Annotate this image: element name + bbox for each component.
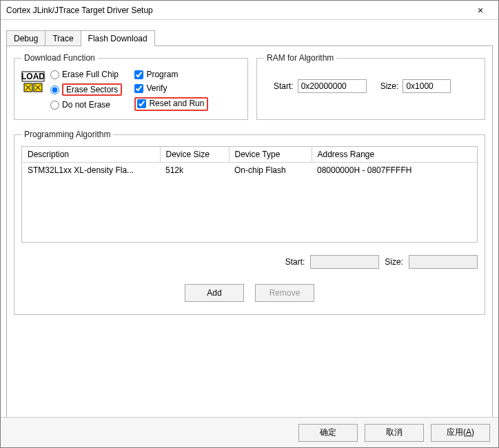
th-address-range[interactable]: Address Range — [312, 147, 477, 163]
th-device-size[interactable]: Device Size — [160, 147, 229, 163]
dialog-window: Cortex JLink/JTrace Target Driver Setup … — [0, 0, 499, 448]
tab-body-flash: Download Function LOAD — [6, 45, 493, 431]
radio-do-not-erase[interactable]: Do not Erase — [50, 100, 122, 110]
tab-debug[interactable]: Debug — [6, 30, 45, 46]
check-reset-and-run-label: Reset and Run — [149, 99, 204, 108]
window-title: Cortex JLink/JTrace Target Driver Setup — [6, 6, 153, 15]
legend-download-function: Download Function — [21, 53, 98, 63]
algo-start-input — [310, 255, 379, 269]
algo-size-label: Size: — [385, 257, 403, 267]
radio-erase-sectors-input[interactable] — [50, 85, 59, 94]
tab-trace[interactable]: Trace — [45, 30, 81, 46]
check-reset-and-run[interactable]: Reset and Run — [134, 97, 208, 111]
radio-erase-sectors-label: Erase Sectors — [62, 83, 122, 96]
erase-radio-group: Erase Full Chip Erase Sectors Do not Era… — [50, 70, 122, 110]
svg-text:LOAD: LOAD — [21, 72, 45, 81]
radio-erase-sectors[interactable]: Erase Sectors — [50, 83, 122, 96]
check-verify[interactable]: Verify — [134, 83, 208, 93]
radio-erase-full-chip[interactable]: Erase Full Chip — [50, 70, 122, 79]
apply-button-mnemonic: A — [466, 427, 471, 437]
radio-do-not-erase-input[interactable] — [50, 101, 59, 110]
ram-start-label: Start: — [274, 81, 294, 91]
ram-size-input[interactable] — [403, 79, 451, 93]
ram-start-input[interactable] — [298, 79, 367, 93]
group-ram-for-algorithm: RAM for Algorithm Start: Size: — [256, 53, 485, 120]
ram-size-label: Size: — [380, 81, 399, 91]
close-icon[interactable]: × — [467, 3, 494, 18]
apply-button[interactable]: 应用(A) — [431, 424, 490, 442]
ok-button[interactable]: 确定 — [298, 424, 358, 442]
cell-device-size: 512k — [160, 163, 229, 179]
check-verify-input[interactable] — [134, 84, 143, 93]
client-area: Debug Trace Flash Download Download Func… — [1, 20, 498, 431]
check-program-input[interactable] — [134, 70, 143, 79]
cancel-button[interactable]: 取消 — [365, 424, 424, 442]
load-icon: LOAD — [21, 71, 45, 94]
radio-do-not-erase-label: Do not Erase — [62, 100, 110, 110]
algorithm-table[interactable]: Description Device Size Device Type Addr… — [21, 146, 478, 243]
table-row[interactable]: STM32L1xx XL-density Fla... 512k On-chip… — [22, 163, 477, 179]
algo-start-label: Start: — [285, 257, 305, 267]
cell-device-type: On-chip Flash — [229, 163, 312, 179]
check-reset-and-run-input[interactable] — [137, 99, 146, 108]
check-verify-label: Verify — [146, 83, 167, 93]
action-check-group: Program Verify Reset and Run — [134, 70, 208, 111]
titlebar: Cortex JLink/JTrace Target Driver Setup … — [1, 1, 498, 20]
algo-range-row: Start: Size: — [21, 255, 478, 269]
apply-button-label: 应用 — [447, 427, 463, 437]
remove-button: Remove — [255, 284, 314, 302]
tab-strip: Debug Trace Flash Download — [6, 30, 493, 45]
cell-address-range: 08000000H - 0807FFFFH — [312, 163, 477, 179]
table-header-row: Description Device Size Device Type Addr… — [22, 147, 477, 163]
th-device-type[interactable]: Device Type — [229, 147, 312, 163]
top-row: Download Function LOAD — [14, 53, 485, 120]
cell-description: STM32L1xx XL-density Fla... — [22, 163, 160, 179]
tab-flash-download[interactable]: Flash Download — [81, 30, 155, 46]
group-download-function: Download Function LOAD — [14, 53, 248, 120]
th-description[interactable]: Description — [22, 147, 160, 163]
add-button[interactable]: Add — [185, 284, 244, 302]
dialog-button-bar: 确定 取消 应用(A) — [1, 417, 498, 447]
algo-size-input — [409, 255, 478, 269]
algo-button-row: Add Remove — [21, 284, 478, 302]
legend-ram: RAM for Algorithm — [264, 53, 336, 63]
check-program-label: Program — [146, 70, 178, 79]
check-program[interactable]: Program — [134, 70, 208, 79]
legend-algo: Programming Algorithm — [21, 130, 113, 139]
group-programming-algorithm: Programming Algorithm Description Device… — [14, 130, 485, 315]
radio-erase-full-chip-input[interactable] — [50, 70, 59, 79]
radio-erase-full-chip-label: Erase Full Chip — [62, 70, 119, 79]
